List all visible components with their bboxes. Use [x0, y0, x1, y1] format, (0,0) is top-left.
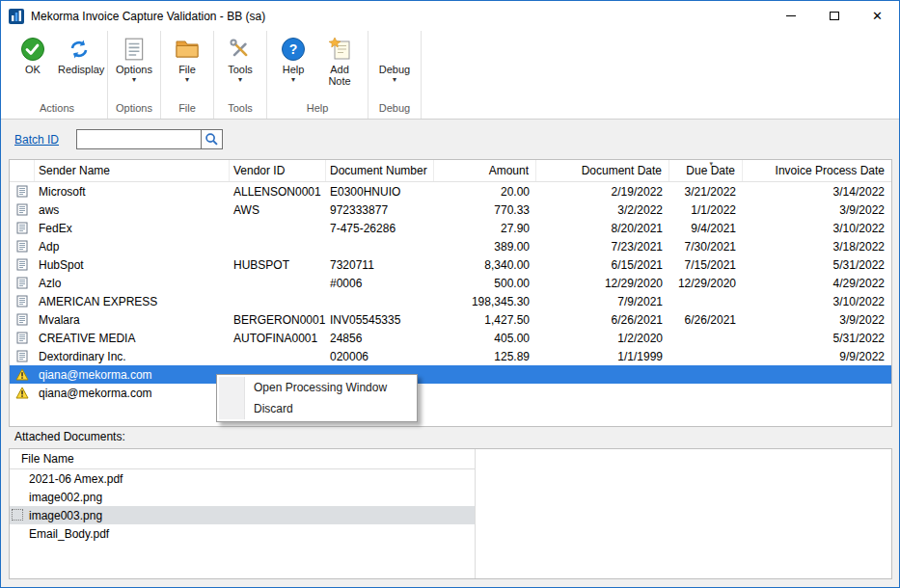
- column-header-amount[interactable]: Amount: [434, 160, 536, 181]
- invoice-row[interactable]: AMERICAN EXPRESS198,345.307/9/20213/10/2…: [10, 292, 891, 310]
- add-note-icon: [326, 36, 353, 63]
- cell-invoice-process-date: 3/10/2022: [743, 222, 891, 235]
- document-icon: [10, 350, 35, 362]
- help-icon: ?: [280, 36, 307, 63]
- cell-vendor-id: BERGERON0001: [230, 313, 326, 327]
- file-name-column-header: File Name: [10, 449, 475, 469]
- invoice-row[interactable]: qiana@mekorma.com: [10, 384, 891, 402]
- tools-icon: [227, 36, 254, 63]
- toolbar-group-label: Debug: [372, 99, 417, 119]
- cell-amount: 405.00: [434, 332, 536, 345]
- cell-invoice-process-date: 3/14/2022: [743, 185, 891, 199]
- debug-button[interactable]: Debug ▾: [372, 31, 417, 83]
- column-header-invoice-process-date[interactable]: Invoice Process Date: [743, 160, 891, 181]
- options-button-label: Options: [116, 64, 152, 75]
- invoice-row[interactable]: qiana@mekorma.com: [10, 365, 891, 384]
- close-button[interactable]: ✕: [856, 1, 899, 31]
- options-page-icon: [121, 36, 148, 63]
- column-header-sender-name[interactable]: Sender Name: [35, 160, 230, 181]
- column-header-document-number[interactable]: Document Number: [326, 160, 434, 181]
- cell-sender-name: Azlo: [35, 277, 230, 290]
- redisplay-button-label: Redisplay: [58, 64, 100, 75]
- warning-icon: [10, 387, 35, 399]
- add-note-button-label: Add Note: [318, 64, 361, 87]
- cell-invoice-process-date: 5/31/2022: [743, 332, 891, 345]
- toolbar-group-options: Options ▾ Options: [108, 31, 161, 119]
- ribbon-toolbar: OK Redisplay Actions Options ▾: [1, 31, 899, 120]
- svg-text:?: ?: [289, 41, 298, 57]
- document-icon: [10, 185, 35, 198]
- context-menu-item[interactable]: Discard: [219, 398, 415, 419]
- invoice-row[interactable]: Dextordinary Inc.020006125.891/1/19999/9…: [10, 347, 891, 365]
- file-button[interactable]: File ▾: [165, 31, 209, 83]
- invoice-row[interactable]: FedEx7-475-2628627.908/20/20219/4/20213/…: [10, 219, 891, 237]
- file-name: 2021-06 Amex.pdf: [29, 472, 123, 486]
- cell-amount: 389.00: [434, 240, 536, 254]
- options-button[interactable]: Options ▾: [112, 31, 156, 83]
- column-header-icon-spacer: [10, 160, 35, 181]
- cell-sender-name: Dextordinary Inc.: [35, 350, 230, 363]
- invoice-row[interactable]: Adp389.007/23/20217/30/20213/18/2022: [10, 237, 891, 255]
- toolbar-group-debug: Debug ▾ Debug: [368, 31, 422, 119]
- invoice-row[interactable]: HubSpotHUBSPOT73207118,340.006/15/20217/…: [10, 255, 891, 274]
- batch-id-row: Batch ID: [1, 120, 899, 159]
- minimize-button[interactable]: [769, 1, 812, 31]
- invoice-row[interactable]: CREATIVE MEDIAAUTOFINA000124856405.001/2…: [10, 329, 891, 347]
- batch-id-input[interactable]: [76, 129, 202, 149]
- document-icon: [10, 222, 35, 234]
- help-button[interactable]: ? Help ▾: [271, 31, 315, 83]
- column-header-due-date[interactable]: ▾Due Date: [669, 160, 743, 181]
- cell-sender-name: HubSpot: [35, 258, 230, 272]
- cell-document-date: 1/2/2020: [536, 332, 669, 345]
- file-row[interactable]: image003.png: [10, 506, 475, 524]
- cell-document-date: 6/15/2021: [536, 258, 669, 272]
- cell-amount: 198,345.30: [434, 295, 536, 308]
- redisplay-button[interactable]: Redisplay: [55, 31, 103, 75]
- invoice-row[interactable]: awsAWS972333877770.333/2/20221/1/20223/9…: [10, 200, 891, 219]
- context-menu-item[interactable]: Open Processing Window: [219, 377, 415, 398]
- app-logo-icon: [9, 9, 24, 24]
- maximize-button[interactable]: [812, 1, 856, 31]
- cell-document-date: 12/29/2020: [536, 277, 669, 290]
- chevron-down-icon: ▾: [393, 76, 396, 83]
- window-title: Mekorma Invoice Capture Validation - BB …: [31, 10, 265, 23]
- cell-document-number: 7-475-26286: [326, 222, 434, 235]
- invoice-row[interactable]: MicrosoftALLENSON0001E0300HNUIO20.002/19…: [10, 182, 891, 200]
- cell-sender-name: Microsoft: [35, 185, 230, 199]
- cell-sender-name: qiana@mekorma.com: [35, 368, 230, 382]
- toolbar-group-file: File ▾ File: [161, 31, 214, 119]
- ok-button-label: OK: [25, 64, 41, 75]
- invoice-row[interactable]: MvalaraBERGERON0001INV055453351,427.506/…: [10, 310, 891, 329]
- cell-invoice-process-date: 3/9/2022: [743, 203, 891, 217]
- batch-lookup-button[interactable]: [202, 129, 223, 149]
- toolbar-group-label: Actions: [11, 99, 103, 119]
- add-note-button[interactable]: Add Note: [315, 31, 364, 87]
- file-row[interactable]: 2021-06 Amex.pdf: [10, 469, 475, 488]
- selection-marker-icon: [12, 509, 23, 521]
- document-icon: [10, 258, 35, 271]
- chevron-down-icon: ▾: [238, 76, 242, 83]
- file-list: 2021-06 Amex.pdfimage002.pngimage003.png…: [10, 469, 475, 543]
- cell-document-number: 972333877: [326, 203, 434, 217]
- batch-id-link[interactable]: Batch ID: [14, 133, 59, 147]
- document-icon: [10, 240, 35, 253]
- cell-document-number: INV05545335: [326, 313, 434, 327]
- ok-button[interactable]: OK: [11, 31, 55, 75]
- column-header-document-date[interactable]: Document Date: [536, 160, 669, 181]
- cell-sender-name: qiana@mekorma.com: [35, 387, 230, 400]
- cell-document-date: 6/26/2021: [536, 313, 669, 327]
- invoice-row[interactable]: Azlo#0006500.0012/29/202012/29/20204/29/…: [10, 274, 891, 292]
- column-header-vendor-id[interactable]: Vendor ID: [230, 160, 326, 181]
- title-bar: Mekorma Invoice Capture Validation - BB …: [1, 1, 899, 31]
- tools-button[interactable]: Tools ▾: [218, 31, 262, 83]
- help-button-label: Help: [283, 64, 305, 75]
- toolbar-group-label: Tools: [218, 99, 262, 119]
- chevron-down-icon: ▾: [132, 76, 136, 83]
- file-row[interactable]: image002.png: [10, 488, 475, 506]
- toolbar-group-label: Options: [112, 99, 156, 119]
- cell-document-date: 2/19/2022: [536, 185, 669, 199]
- file-row[interactable]: Email_Body.pdf: [10, 524, 475, 543]
- document-icon: [10, 313, 35, 326]
- invoice-grid-body: MicrosoftALLENSON0001E0300HNUIO20.002/19…: [10, 182, 891, 402]
- column-header-label: Vendor ID: [233, 164, 285, 177]
